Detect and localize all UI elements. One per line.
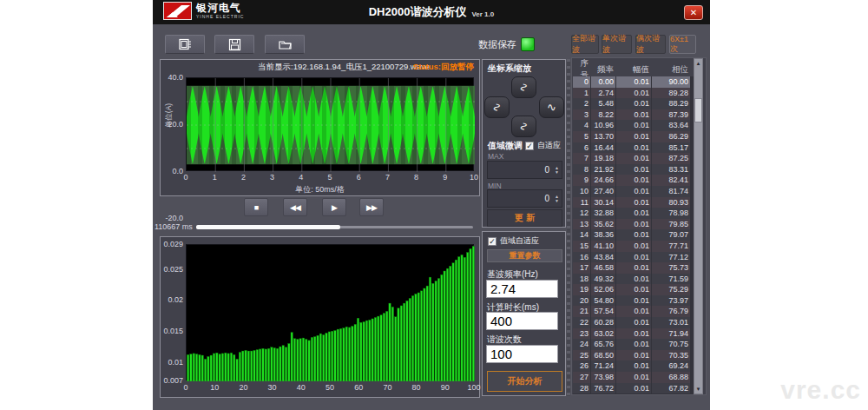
close-button[interactable]: ✕ [684,5,703,20]
axis-tick-label: 10 [467,173,481,182]
table-cell: 30.14 [591,197,615,208]
open-button[interactable] [265,35,305,54]
device-button[interactable] [165,35,205,54]
table-cell: 6 [573,142,590,154]
fundamental-freq-input[interactable]: 2.74 [486,280,558,298]
table-cell: 54.80 [591,295,615,307]
table-row[interactable]: 00.000.0190.00 [573,76,694,88]
max-spinner[interactable]: 0 ▲ ▼ [487,161,562,179]
play-button[interactable]: ▶ [322,198,346,216]
table-row[interactable]: 1130.140.0180.93 [573,197,694,208]
table-row[interactable]: 1335.620.0179.85 [573,219,694,230]
harmonic-count-input[interactable]: 100 [486,345,558,363]
value-adaptive-checkbox[interactable]: ✓ [488,237,496,246]
start-analysis-button[interactable]: 开始分析 [487,371,562,392]
table-scrollbar[interactable]: ▲ ▼ [694,58,703,394]
zoom-down-button[interactable]: ∿ [511,116,536,137]
table-row[interactable]: 2260.280.0173.01 [573,317,694,328]
screenshot-canvas: 银河电气 YINHE ELECTRIC DH2000谐波分析仪 Ver 1.0 … [0,0,868,410]
table-row[interactable]: 2054.800.0173.97 [573,295,694,307]
zoom-right-button[interactable]: ∿ [539,96,564,118]
table-row[interactable]: 410.960.0183.64 [573,120,694,131]
table-row[interactable]: 616.440.0185.17 [573,142,694,154]
calc-duration-input[interactable]: 400 [486,312,558,330]
zoom-left-button[interactable]: ∿ [484,96,510,118]
rewind-button[interactable]: ◀◀ [283,198,307,216]
update-button[interactable]: 更 新 [487,209,562,227]
table-row[interactable]: 1952.060.0175.29 [573,284,694,295]
sine-icon: ∿ [547,101,556,114]
table-row[interactable]: 2568.500.0170.35 [573,350,694,361]
table-cell: 43.84 [591,252,615,263]
stop-button[interactable]: ■ [244,198,268,216]
table-cell: 75.73 [652,262,690,274]
filter-6x1-harmonics-button[interactable]: 6X±1次 [669,35,696,54]
table-row[interactable]: 513.700.0186.29 [573,131,694,142]
scroll-up-icon[interactable]: ▲ [694,60,702,67]
table-cell: 0.01 [616,252,651,263]
table-cell: 68.88 [652,372,690,383]
spinner-arrows[interactable]: ▲ ▼ [552,190,562,207]
table-row[interactable]: 12.740.0189.28 [573,88,694,99]
axis-tick-label: 60 [350,383,367,392]
table-row[interactable]: 1541.100.0177.71 [573,241,694,252]
filter-single-harmonics-button[interactable]: 单次谐波 [602,35,632,54]
scroll-down-icon[interactable]: ▼ [694,386,702,393]
table-row[interactable]: 821.920.0183.31 [573,164,694,175]
table-cell: 49.32 [591,274,615,285]
table-cell: 5 [573,131,590,142]
table-row[interactable]: 25.480.0188.29 [573,98,694,109]
table-cell: 14 [573,229,590,241]
table-cell: 25 [573,350,590,361]
adaptive-checkbox[interactable]: ✓ [525,142,534,150]
table-row[interactable]: 2363.020.0171.94 [573,328,694,340]
harmonic-chart-plot [186,244,474,380]
table-cell: 22 [573,317,590,328]
table-row[interactable]: 1232.880.0178.98 [573,208,694,219]
table-row[interactable]: 2876.720.0167.82 [573,383,694,394]
table-cell: 26 [573,360,590,372]
reset-params-button[interactable]: 重置参数 [487,249,562,262]
save-button[interactable] [214,35,254,54]
harmonic-table-panel: 序号 频率 幅值 相位 00.000.0190.0012.740.0189.28… [571,57,707,395]
fast-forward-button[interactable]: ▶▶ [359,198,384,216]
table-cell: 71.59 [652,274,690,285]
table-row[interactable]: 1849.320.0171.59 [573,274,694,285]
table-row[interactable]: 719.180.0187.25 [573,153,694,164]
table-row[interactable]: 2773.980.0168.88 [573,372,694,383]
table-row[interactable]: 924.660.0182.41 [573,175,694,186]
table-row[interactable]: 2671.240.0169.24 [573,360,694,372]
filter-even-harmonics-button[interactable]: 偶次谐波 [635,35,666,54]
waveform-panel: 当前显示:192.168.1.94_电压1_22100729.wave Stat… [160,59,480,196]
table-row[interactable]: 2157.540.0176.79 [573,306,694,317]
panel-splitter[interactable] [567,59,570,396]
zoom-up-button[interactable]: ∿ [511,76,536,98]
app-window: 银河电气 YINHE ELECTRIC DH2000谐波分析仪 Ver 1.0 … [153,0,710,410]
axis-tick-label: 20 [234,383,252,392]
data-save-indicator[interactable] [521,37,535,51]
filter-all-harmonics-button[interactable]: 全部谐波 [571,35,599,54]
table-row[interactable]: 1027.400.0181.74 [573,186,694,197]
table-cell: 3 [573,109,590,121]
table-row[interactable]: 38.220.0187.39 [573,109,694,121]
table-cell: 19.18 [591,153,615,164]
table-cell: 0.01 [616,317,651,328]
playback-progress-bar[interactable] [196,226,473,228]
table-row[interactable]: 2465.760.0170.75 [573,339,694,350]
axis-tick-label: 8 [410,173,424,182]
table-cell: 0.01 [616,295,651,307]
spinner-arrows[interactable]: ▲ ▼ [552,162,562,178]
table-row[interactable]: 1643.840.0177.12 [573,252,694,263]
scrollbar-thumb[interactable] [694,98,702,122]
waveform-x-axis-label: 单位: 50ms/格 [161,184,479,195]
table-row[interactable]: 1438.360.0179.07 [573,229,694,241]
table-row[interactable]: 1746.580.0175.73 [573,262,694,274]
table-cell: 10.96 [591,120,615,131]
min-spinner[interactable]: 0 ▲ ▼ [487,189,562,208]
play-icon: ▶ [332,203,337,212]
axis-tick-label: 2 [236,173,250,182]
data-save-label: 数据保存 [478,38,516,51]
data-save-group: 数据保存 [458,36,535,52]
harmonic-count-value: 100 [490,347,512,361]
table-cell: 1 [573,88,590,99]
